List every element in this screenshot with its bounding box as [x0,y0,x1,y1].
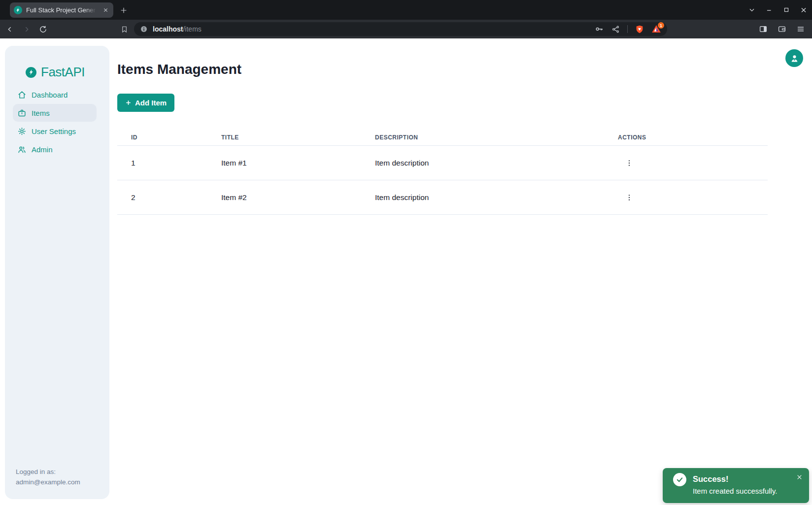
add-item-button[interactable]: Add Item [117,94,174,112]
wallet-icon[interactable] [778,25,786,34]
browser-tab[interactable]: Full Stack Project Genera [10,2,113,18]
cell-title: Item #2 [221,193,375,202]
check-circle-icon [673,473,686,486]
column-header-id: ID [131,134,221,141]
back-icon[interactable] [6,25,14,33]
add-item-label: Add Item [135,99,167,107]
address-bar[interactable]: localhost/items 1 [134,22,667,36]
sidebar-item-user-settings[interactable]: User Settings [13,122,97,140]
items-table: ID TITLE DESCRIPTION ACTIONS 1 Item #1 I… [117,129,768,215]
tab-search-chevron-icon[interactable] [748,6,755,13]
plus-icon [125,100,132,106]
cell-description: Item description [375,193,618,202]
sidebar-item-label: Admin [32,145,53,154]
new-tab-button[interactable] [117,4,130,17]
sidebar-item-label: Dashboard [32,91,68,99]
sidebar-toggle-icon[interactable] [759,25,768,34]
sidebar-item-admin[interactable]: Admin [13,140,97,158]
browser-tabstrip: Full Stack Project Genera [0,0,812,20]
url-path: /items [183,25,201,33]
column-header-title: TITLE [221,134,375,141]
sidebar-item-dashboard[interactable]: Dashboard [13,86,97,103]
table-row: 1 Item #1 Item description [117,146,768,180]
page-title: Items Management [117,62,812,77]
cell-description: Item description [375,159,618,168]
toast-message: Item created successfully. [693,487,777,495]
close-window-icon[interactable] [800,6,807,13]
window-controls [748,0,812,20]
users-icon [17,145,26,154]
cell-id: 2 [131,193,221,202]
menu-hamburger-icon[interactable] [796,25,805,34]
logged-in-label: Logged in as: [16,467,80,477]
cell-title: Item #1 [221,159,375,168]
site-info-icon[interactable] [140,25,148,33]
row-actions-kebab-icon[interactable] [624,192,635,203]
table-header-row: ID TITLE DESCRIPTION ACTIONS [117,129,768,146]
forward-icon[interactable] [22,25,30,33]
tab-favicon-bolt-icon [14,6,22,14]
success-toast: Success! Item created successfully. [663,468,809,503]
app-logo: FastAPI [26,65,109,80]
logged-in-info: Logged in as: admin@example.com [16,467,80,487]
table-row: 2 Item #2 Item description [117,180,768,215]
page-content: FastAPI Dashboard Items User Settings [0,38,812,505]
url-text: localhost/items [153,25,595,33]
sidebar: FastAPI Dashboard Items User Settings [5,46,109,499]
app-logo-text: FastAPI [41,65,85,80]
sidebar-item-items[interactable]: Items [13,104,97,122]
home-icon [17,90,26,99]
reload-icon[interactable] [38,25,47,34]
brave-rewards-icon[interactable]: 1 [651,24,661,34]
address-bar-actions: 1 [595,24,661,34]
fastapi-bolt-icon [26,67,36,78]
tab-close-icon[interactable] [102,6,109,14]
main-area: Items Management Add Item ID TITLE DESCR… [117,38,812,505]
rewards-badge: 1 [658,22,664,29]
passwords-key-icon[interactable] [595,25,604,34]
brave-shield-icon[interactable] [635,25,644,34]
sidebar-item-label: User Settings [32,127,76,135]
user-avatar-icon [789,53,800,64]
url-host: localhost [153,25,183,33]
toast-title: Success! [693,474,728,484]
cell-id: 1 [131,159,221,168]
toast-close-icon[interactable] [796,473,803,481]
toolbar-right [759,25,812,34]
tab-title: Full Stack Project Genera [26,6,98,14]
maximize-icon[interactable] [783,6,790,13]
logged-in-email: admin@example.com [16,477,80,487]
column-header-actions: ACTIONS [618,134,768,141]
briefcase-icon [17,108,26,117]
share-icon[interactable] [611,25,620,34]
sidebar-nav: Dashboard Items User Settings Admin [5,86,109,158]
browser-toolbar: localhost/items 1 [0,20,812,38]
minimize-icon[interactable] [766,6,773,13]
user-avatar-button[interactable] [785,49,803,67]
row-actions-kebab-icon[interactable] [624,158,635,168]
column-header-description: DESCRIPTION [375,134,618,141]
toolbar-separator [627,25,628,33]
sidebar-item-label: Items [32,109,50,117]
gear-icon [17,127,26,135]
nav-buttons [0,25,47,34]
bookmark-icon[interactable] [120,25,129,34]
